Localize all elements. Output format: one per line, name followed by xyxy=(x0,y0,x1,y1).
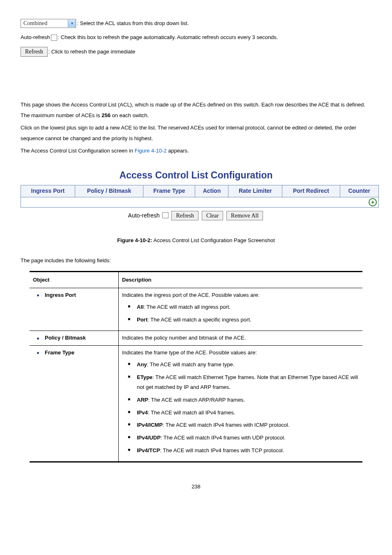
intro-paragraph-1: This page shows the Access Control List … xyxy=(21,99,371,121)
acl-config-heading: Access Control List Configuration xyxy=(21,169,371,182)
dropdown-value: Combined xyxy=(21,19,68,28)
fields-table: Object Description Ingress Port Indicate… xyxy=(30,271,362,463)
bullet-icon xyxy=(37,352,39,354)
intro-paragraph-3: The Access Control List Configuration sc… xyxy=(21,146,371,156)
object-cell: Policy / Bitmask xyxy=(30,331,119,345)
object-cell: Ingress Port xyxy=(30,288,119,331)
intro-paragraph-2: Click on the lowest plus sign to add a n… xyxy=(21,123,371,144)
chevron-down-icon: ▾ xyxy=(68,20,76,27)
figure-caption: Figure 4-10-2: Access Control List Confi… xyxy=(21,237,371,244)
acl-th-ratelimiter: Rate Limiter xyxy=(228,185,282,197)
add-ace-icon[interactable]: + xyxy=(369,198,377,206)
desc-cell: Indicates the ingress port of the ACE. P… xyxy=(119,288,363,331)
acl-status-dropdown[interactable]: Combined ▾ xyxy=(21,19,76,28)
fields-th-desc: Description xyxy=(119,271,363,288)
acl-th-counter: Counter xyxy=(340,185,379,197)
table-row: Frame Type Indicates the frame type of t… xyxy=(30,345,362,462)
autorefresh-label: Auto-refresh xyxy=(21,34,50,41)
autorefresh-description: : Check this box to refresh the page aut… xyxy=(58,34,278,41)
acl-th-portredirect: Port Redirect xyxy=(282,185,340,197)
desc-cell: Indicates the policy number and bitmask … xyxy=(119,331,363,345)
bullet-icon xyxy=(37,294,39,296)
desc-cell: Indicates the frame type of the ACE. Pos… xyxy=(119,345,363,462)
acl-autorefresh-checkbox[interactable] xyxy=(162,212,168,218)
acl-th-ingress: Ingress Port xyxy=(21,185,75,197)
acl-refresh-button[interactable]: Refresh xyxy=(171,211,198,221)
figure-link[interactable]: Figure 4-10-2 xyxy=(134,148,166,154)
acl-th-frametype: Frame Type xyxy=(143,185,195,197)
fields-th-object: Object xyxy=(30,271,119,288)
acl-header-table: Ingress Port Policy / Bitmask Frame Type… xyxy=(21,185,379,208)
table-row: Ingress Port Indicates the ingress port … xyxy=(30,288,362,331)
autorefresh-checkbox[interactable] xyxy=(51,35,57,41)
acl-autorefresh-label: Auto-refresh xyxy=(128,212,160,219)
table-row: Policy / Bitmask Indicates the policy nu… xyxy=(30,331,362,345)
acl-th-policy: Policy / Bitmask xyxy=(75,185,143,197)
page-number: 238 xyxy=(21,483,371,490)
acl-removeall-button[interactable]: Remove All xyxy=(226,211,263,221)
fields-intro: The page includes the following fields: xyxy=(21,257,371,264)
bullet-icon xyxy=(37,338,39,340)
refresh-description: : Click to refresh the page immediate xyxy=(48,48,136,56)
dropdown-description: : Select the ACL status from this drop d… xyxy=(77,20,189,27)
object-cell: Frame Type xyxy=(30,345,119,462)
acl-th-action: Action xyxy=(195,185,228,197)
refresh-button[interactable]: Refresh xyxy=(21,47,48,57)
acl-clear-button[interactable]: Clear xyxy=(202,211,223,221)
